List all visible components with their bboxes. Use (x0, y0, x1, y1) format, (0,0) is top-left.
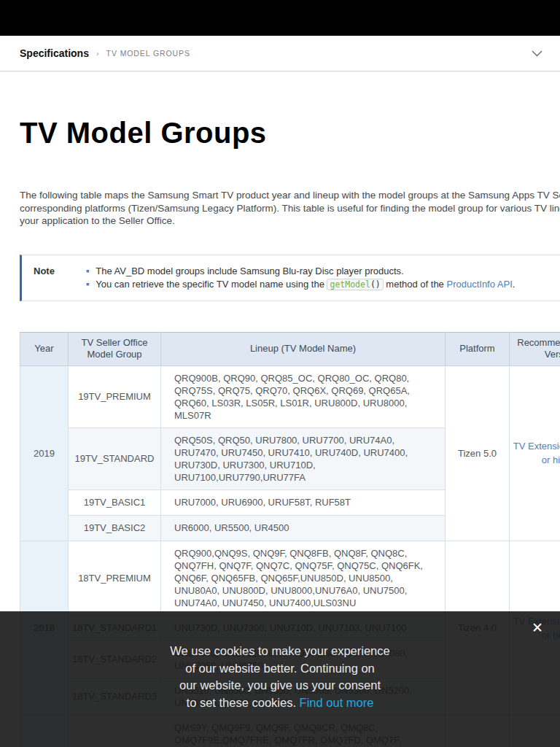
close-icon[interactable]: ✕ (532, 621, 543, 635)
model-group-cell: 19TV_STANDARD (69, 427, 161, 489)
note-item-text: The AV_BD model groups include Samsung B… (96, 266, 403, 276)
note-item-text: . (513, 279, 516, 290)
table-row: 2019 19TV_PREMIUM QRQ900B, QRQ90, QRQ85_… (20, 365, 560, 427)
model-group-cell: 18TV_PREMIUM (69, 541, 161, 615)
column-header-year: Year (20, 332, 69, 365)
find-out-more-link[interactable]: Find out more (300, 696, 374, 709)
lineup-cell: UR6000, UR5500, UR4500 (161, 515, 446, 541)
sdk-link-line: or higher (542, 454, 560, 465)
sdk-link-line: TV Extension SDK 5.0 (513, 441, 560, 452)
lineup-cell: QRQ900B, QRQ90, QRQ85_OC, QRQ80_OC, QRQ8… (161, 365, 446, 427)
note-item: You can retrieve the specific TV model n… (86, 278, 515, 291)
intro-paragraph: The following table maps the Samsung Sma… (20, 189, 560, 228)
column-header-model-group: TV Seller Office Model Group (69, 332, 161, 365)
note-list: The AV_BD model groups include Samsung B… (86, 265, 515, 291)
sdk-cell-2019: TV Extension SDK 5.0or higher (510, 365, 560, 541)
note-label: Note (34, 265, 86, 291)
breadcrumb-separator-icon: › (96, 49, 99, 58)
productinfo-api-link[interactable]: ProductInfo API (446, 279, 512, 290)
lineup-cell: QRQ50S, QRQ50, URU7800, URU7700, URU74A0… (161, 427, 446, 489)
column-header-platform: Platform (446, 332, 510, 365)
cookie-consent-text: We use cookies to make your experience o… (0, 643, 560, 711)
top-nav-bar (0, 0, 560, 36)
tv-extension-sdk-link[interactable]: TV Extension SDK 5.0or higher (513, 439, 560, 467)
cookie-text-line: our website, you give us your consent (0, 677, 560, 694)
note-item-text: method of the (384, 279, 447, 290)
intro-line: your application to the Seller Office. (20, 214, 560, 228)
breadcrumb: Specifications › TV MODEL GROUPS (0, 36, 560, 71)
year-cell-2019: 2019 (20, 365, 69, 541)
table-header-row: Year TV Seller Office Model Group Lineup… (20, 332, 560, 365)
note-item-text: You can retrieve the specific TV model n… (96, 279, 327, 290)
model-group-cell: 19TV_BASIC1 (69, 489, 161, 515)
code-chip: getModel() (327, 279, 383, 290)
column-header-lineup: Lineup (TV Model Name) (161, 332, 446, 365)
cookie-consent-banner: ✕ We use cookies to make your experience… (0, 611, 560, 747)
chevron-down-icon (532, 47, 542, 60)
intro-line: corresponding platforms (Tizen/Samsung L… (20, 202, 560, 215)
model-group-cell: 19TV_PREMIUM (69, 365, 161, 427)
note-box: Note The AV_BD model groups include Sams… (20, 255, 560, 301)
table-row: 2018 18TV_PREMIUM QRQ900,QNQ9S, QNQ9F, Q… (20, 541, 560, 615)
breadcrumb-current-page: TV MODEL GROUPS (106, 49, 190, 58)
intro-line: The following table maps the Samsung Sma… (20, 189, 560, 202)
note-item: The AV_BD model groups include Samsung B… (86, 265, 515, 278)
column-header-recommended-sdk: Recommended SDK Version (510, 332, 560, 365)
cookie-text-line: of our website better. Continuing on (0, 660, 560, 678)
code-method-name: getModel (330, 279, 370, 290)
page-menu-toggle[interactable] (532, 47, 542, 60)
breadcrumb-specifications-link[interactable]: Specifications (20, 47, 89, 59)
cookie-text-line: We use cookies to make your experience (0, 643, 560, 660)
model-group-cell: 19TV_BASIC2 (69, 515, 161, 541)
lineup-cell: URU7000, URU6900, URUF58T, RUF58T (161, 489, 446, 515)
platform-cell-2019: Tizen 5.0 (446, 365, 510, 541)
cookie-text-line: to set these cookies. Find out more (0, 694, 560, 712)
lineup-cell: QRQ900,QNQ9S, QNQ9F, QNQ8FB, QNQ8F, QNQ8… (161, 541, 446, 615)
code-parens: () (370, 279, 381, 290)
cookie-text-segment: to set these cookies. (187, 696, 300, 709)
page-title: TV Model Groups (20, 117, 560, 150)
